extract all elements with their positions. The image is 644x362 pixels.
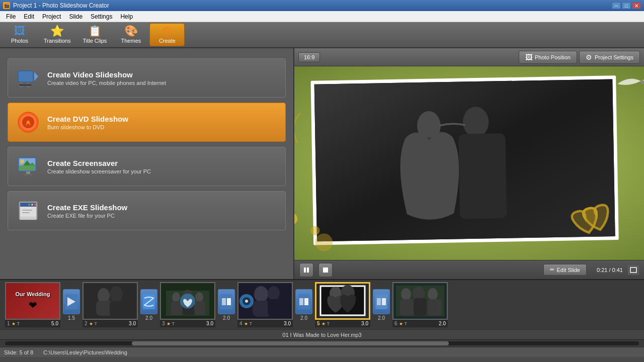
menu-edit[interactable]: Edit (20, 12, 38, 21)
dvd-option-title: Create DVD Slideshow (47, 115, 128, 123)
svg-point-54 (172, 292, 180, 302)
create-screensaver-option[interactable]: Create Screensaver Create slideshow scre… (8, 147, 286, 186)
svg-rect-62 (222, 298, 226, 305)
pencil-icon: ✏ (550, 266, 554, 273)
slide-footer-2: 2 ★ T 3.0 (83, 320, 138, 327)
slide-footer-5: 5 ★ T 3.0 (315, 320, 370, 327)
svg-rect-81 (382, 298, 386, 305)
video-option-title: Create Video Slideshow (47, 70, 166, 79)
svg-rect-87 (400, 299, 414, 316)
svg-rect-17 (24, 174, 32, 175)
menu-help[interactable]: Help (116, 12, 137, 21)
time-current: 0:21 (597, 267, 607, 273)
menu-slide[interactable]: Slide (65, 12, 87, 21)
slide-img-4 (237, 282, 293, 320)
transition-4[interactable]: 2.0 (295, 286, 313, 324)
edit-slide-button[interactable]: ✏ Edit Slide (543, 264, 586, 276)
minimize-button[interactable]: ─ (612, 2, 621, 9)
slide-info: Slide: 5 of 8 (4, 349, 33, 355)
stop-button[interactable] (318, 263, 333, 277)
slide-img-6 (392, 282, 448, 320)
dvd-option-desc: Burn slideshow to DVD (47, 124, 128, 130)
trans-duration-4: 2.0 (300, 315, 307, 321)
transition-5[interactable]: 2.0 (372, 286, 390, 324)
slide-footer-3: 3 ★ T 3.0 (160, 320, 215, 327)
exe-option-desc: Create EXE file for your PC (47, 213, 127, 219)
slide-footer-1: 1 ★ T 5.0 (5, 320, 60, 327)
tab-photos[interactable]: 🖼 Photos (2, 23, 37, 46)
tab-transitions[interactable]: ⭐ Transitions (38, 23, 76, 46)
svg-point-84 (401, 288, 411, 300)
create-exe-option[interactable]: Create EXE Slideshow Create EXE file for… (8, 191, 286, 230)
svg-rect-88 (414, 298, 427, 316)
svg-marker-1 (34, 72, 38, 81)
timeline-scrollbar[interactable] (0, 339, 644, 347)
tab-create[interactable]: ⚙ Create (149, 23, 185, 46)
tab-create-label: Create (159, 38, 176, 44)
menu-bar: File Edit Project Slide Settings Help (0, 11, 644, 22)
maximize-button[interactable]: □ (622, 2, 631, 9)
svg-rect-16 (26, 171, 30, 174)
video-option-desc: Create video for PC, mobile phones and I… (47, 80, 166, 86)
menu-file[interactable]: File (2, 12, 20, 21)
svg-point-71 (245, 300, 248, 303)
trans-duration-5: 2.0 (378, 315, 385, 321)
slide-thumb-3[interactable]: 3 ★ T 3.0 (160, 282, 215, 327)
main-area: Create Video Slideshow Create video for … (0, 48, 644, 279)
tab-titleclips[interactable]: 📋 Title Clips (77, 23, 112, 46)
screensaver-option-desc: Create slideshow screensaver for your PC (47, 168, 151, 174)
slide-thumb-1[interactable]: Our Wedding ❤ 1 ★ T 5.0 (5, 282, 60, 327)
music-track: 01 I Was Made to Love Her.mp3 (282, 332, 361, 338)
video-option-text: Create Video Slideshow Create video for … (47, 70, 166, 86)
scroll-track[interactable] (5, 341, 639, 345)
pause-button[interactable] (299, 263, 313, 277)
create-video-option[interactable]: Create Video Slideshow Create video for … (8, 58, 286, 98)
right-panel: 16:9 🖼 Photo Position ⚙ Project Settings (294, 48, 644, 279)
trans-duration-3: 2.0 (223, 315, 230, 321)
transition-2[interactable]: 2.0 (140, 286, 158, 324)
status-bar: Slide: 5 of 8 C:\Users\Lesley\Pictures\W… (0, 347, 644, 357)
aspect-ratio-button[interactable]: 16:9 (298, 52, 320, 62)
svg-rect-42 (307, 267, 309, 273)
left-panel: Create Video Slideshow Create video for … (0, 48, 294, 279)
svg-point-39 (315, 234, 333, 251)
transitions-icon: ⭐ (50, 26, 64, 37)
slide-thumb-4[interactable]: 4 ★ T 3.0 (237, 282, 293, 327)
tab-themes-label: Themes (121, 38, 141, 44)
music-bar: 01 I Was Made to Love Her.mp3 (0, 329, 644, 339)
slide-thumb-5[interactable]: 5 ★ T 3.0 (315, 282, 370, 327)
dvd-icon (16, 110, 40, 134)
svg-point-67 (268, 286, 280, 300)
screensaver-icon (16, 154, 40, 178)
svg-rect-73 (299, 298, 303, 305)
trans-icon-5 (373, 289, 390, 314)
photo-position-button[interactable]: 🖼 Photo Position (519, 51, 577, 64)
menu-settings[interactable]: Settings (87, 12, 116, 21)
slide-thumb-2[interactable]: 2 ★ T 3.0 (83, 282, 138, 327)
preview-toolbar: 16:9 🖼 Photo Position ⚙ Project Settings (294, 48, 644, 66)
window-controls: ─ □ ✕ (612, 2, 641, 9)
svg-point-40 (310, 226, 320, 235)
tab-transitions-label: Transitions (44, 38, 70, 44)
slide-footer-4: 4 ★ T 3.0 (237, 320, 293, 327)
file-path: C:\Users\Lesley\Pictures\Wedding (43, 349, 127, 355)
scroll-thumb[interactable] (132, 341, 449, 345)
svg-rect-25 (22, 210, 32, 211)
svg-point-15 (20, 159, 24, 163)
slide-thumb-6[interactable]: 6 ★ T 2.0 (392, 282, 448, 327)
project-settings-button[interactable]: ⚙ Project Settings (579, 51, 640, 64)
svg-point-24 (28, 204, 30, 206)
create-dvd-option[interactable]: Create DVD Slideshow Burn slideshow to D… (8, 103, 286, 142)
time-display: 0:21 / 0:41 (597, 267, 623, 273)
trans-duration-2: 2.0 (145, 315, 152, 321)
slide-footer-6: 6 ★ T 2.0 (392, 320, 448, 327)
close-button[interactable]: ✕ (632, 2, 641, 9)
svg-point-22 (34, 204, 36, 206)
svg-rect-68 (268, 299, 285, 316)
tab-themes[interactable]: 🎨 Themes (113, 23, 148, 46)
menu-project[interactable]: Project (38, 12, 65, 21)
svg-rect-50 (110, 301, 129, 317)
fullscreen-button[interactable] (628, 265, 639, 275)
transition-1[interactable]: 1.5 (62, 286, 80, 324)
transition-3[interactable]: 2.0 (217, 286, 235, 324)
